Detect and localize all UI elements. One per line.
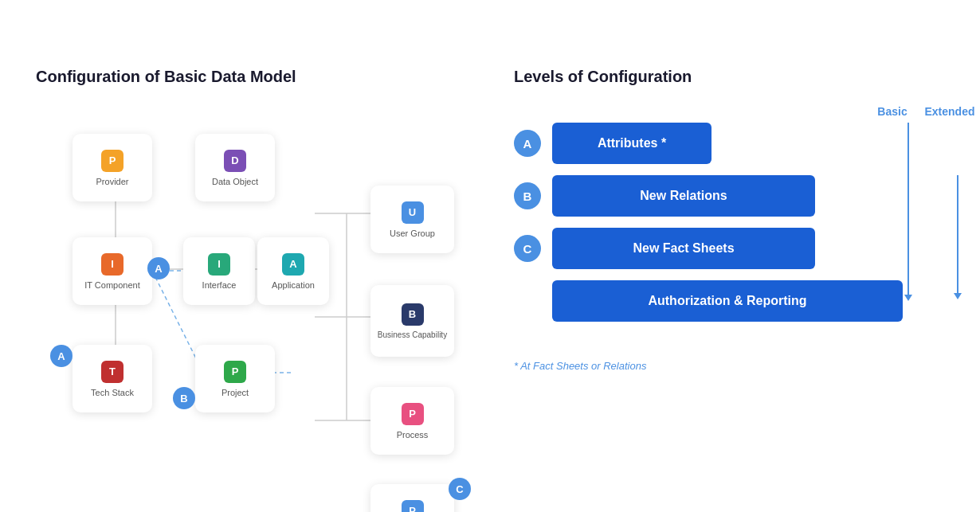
provider-card: P Provider xyxy=(73,134,152,201)
new-factsheets-bar: New Fact Sheets xyxy=(552,228,815,269)
itcomponent-label: IT Component xyxy=(84,280,140,290)
basic-arrow xyxy=(907,123,909,296)
businesscap-label: Business Capability xyxy=(378,330,447,339)
techstack-label: Tech Stack xyxy=(91,388,134,397)
process-label: Process xyxy=(397,430,429,440)
businesscap-icon: B xyxy=(402,303,424,326)
row-full: Authorization & Reporting xyxy=(514,280,903,322)
provider-icon: P xyxy=(101,150,123,172)
techstack-icon: T xyxy=(101,361,123,383)
row-b: B New Relations xyxy=(514,175,903,217)
product-icon: P xyxy=(402,500,424,513)
main-container: Configuration of Basic Data Model xyxy=(20,44,960,468)
badge-a1: A xyxy=(147,257,170,279)
application-card: A Application xyxy=(257,237,329,305)
interface-card: I Interface xyxy=(183,237,255,305)
badge-level-c: C xyxy=(514,235,541,262)
application-icon: A xyxy=(282,253,304,276)
extended-header-col: Extended xyxy=(949,105,951,118)
basic-arrow-head xyxy=(904,295,912,301)
extended-arrow-head xyxy=(954,293,962,299)
usergroup-icon: U xyxy=(402,201,424,224)
dataobject-icon: D xyxy=(224,150,246,172)
auth-reporting-label: Authorization & Reporting xyxy=(648,294,806,308)
interface-label: Interface xyxy=(202,280,237,290)
techstack-card: T Tech Stack xyxy=(73,345,152,412)
badge-level-a: A xyxy=(514,130,541,157)
column-headers: Basic Extended Full xyxy=(514,105,980,118)
badge-b: B xyxy=(173,387,195,409)
diagram-area: P Provider I IT Component A A T Tech Sta… xyxy=(36,110,466,444)
itcomponent-card: I IT Component xyxy=(73,237,152,305)
project-label: Project xyxy=(221,388,249,397)
badge-c: C xyxy=(449,478,471,500)
project-icon: P xyxy=(224,361,246,383)
auth-reporting-bar: Authorization & Reporting xyxy=(552,280,903,322)
extended-arrow-line xyxy=(957,175,958,295)
row-a: A Attributes * xyxy=(514,123,903,164)
right-title: Levels of Configuration xyxy=(514,68,980,86)
process-icon: P xyxy=(402,403,424,425)
attributes-bar: Attributes * xyxy=(552,123,711,164)
interface-icon: I xyxy=(208,253,230,276)
levels-layout: A Attributes * B New Relations C xyxy=(514,123,980,349)
businesscap-card: B Business Capability xyxy=(370,285,454,357)
new-factsheets-label: New Fact Sheets xyxy=(633,241,734,256)
attributes-label: Attributes * xyxy=(598,136,666,150)
badge-a2: A xyxy=(50,345,73,367)
usergroup-label: User Group xyxy=(390,229,435,238)
basic-header-label: Basic xyxy=(877,105,907,118)
right-section: Levels of Configuration Basic Extended F… xyxy=(514,68,980,372)
basic-header-col: Basic xyxy=(892,105,893,118)
extended-arrow xyxy=(957,175,958,295)
left-title: Configuration of Basic Data Model xyxy=(36,68,482,86)
left-section: Configuration of Basic Data Model xyxy=(36,68,482,444)
dataobject-card: D Data Object xyxy=(195,134,275,201)
extended-header-label: Extended xyxy=(925,105,975,118)
new-relations-bar: New Relations xyxy=(552,175,815,217)
usergroup-card: U User Group xyxy=(370,186,454,253)
extended-arrow-col xyxy=(957,123,958,349)
product-card: P Product xyxy=(370,484,454,512)
dataobject-label: Data Object xyxy=(212,177,258,186)
project-card: P Project xyxy=(195,345,275,412)
process-card: P Process xyxy=(370,387,454,455)
row-c: C New Fact Sheets xyxy=(514,228,903,269)
footnote: * At Fact Sheets or Relations xyxy=(514,360,980,372)
bars-column: A Attributes * B New Relations C xyxy=(514,123,903,349)
arrow-columns xyxy=(907,123,909,349)
itcomponent-icon: I xyxy=(101,253,123,276)
basic-arrow-line xyxy=(907,123,909,296)
badge-level-b: B xyxy=(514,182,541,209)
provider-label: Provider xyxy=(96,177,129,186)
new-relations-label: New Relations xyxy=(640,189,727,203)
application-label: Application xyxy=(272,280,315,290)
